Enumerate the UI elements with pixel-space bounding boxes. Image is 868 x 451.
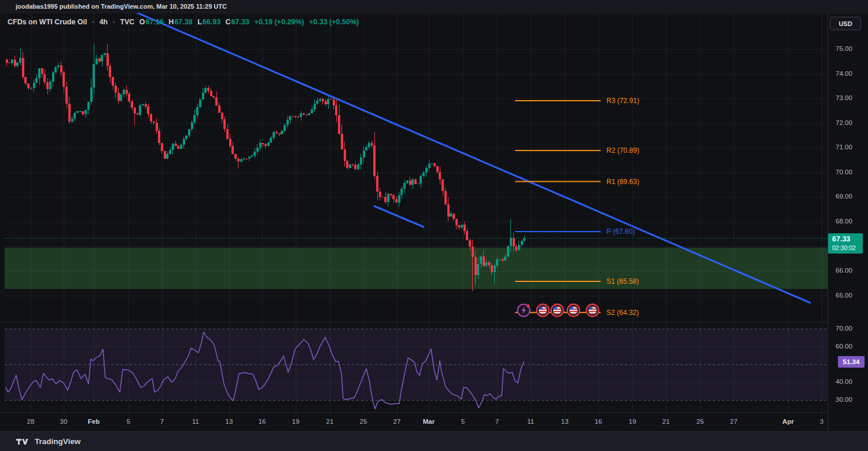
candle-body xyxy=(521,241,523,244)
candle-body xyxy=(150,114,152,121)
candle-body xyxy=(425,168,428,173)
candle-body xyxy=(234,154,237,159)
symbol-title: CFDs on WTI Crude Oil xyxy=(8,18,87,26)
candle-body xyxy=(188,129,190,135)
candle-body xyxy=(43,74,46,83)
candle-body xyxy=(207,88,209,91)
candle-body xyxy=(477,264,479,275)
candle-body xyxy=(275,132,278,133)
flag-stripe xyxy=(569,311,578,312)
candle-body xyxy=(253,152,256,156)
candle-body xyxy=(352,164,354,165)
candle-body xyxy=(123,90,125,94)
candle-body xyxy=(292,116,294,117)
publish-header-text: joodabas1995 published on TradingView.co… xyxy=(16,3,227,10)
candle-body xyxy=(120,94,122,101)
chart-canvas[interactable]: R3 (72.91)R2 (70.89)R1 (69.63)P (67.60)S… xyxy=(0,0,868,451)
candle-body xyxy=(289,116,291,120)
tradingview-brand-link[interactable]: TradingView xyxy=(35,437,80,446)
pivot-level-label: S2 (64.32) xyxy=(606,309,639,317)
candle-body xyxy=(306,115,308,115)
candle-body xyxy=(450,214,452,217)
economic-event-flag-icon[interactable] xyxy=(568,305,580,317)
low-label: L xyxy=(197,18,202,26)
candle-body xyxy=(338,115,340,134)
candle-body xyxy=(180,145,182,149)
candle-body xyxy=(101,55,103,61)
secondary-trend-line[interactable] xyxy=(374,206,424,227)
close-value: 67.33 xyxy=(231,18,249,26)
candle-body xyxy=(363,151,365,158)
candle-body xyxy=(281,131,283,134)
candle-body xyxy=(379,192,381,197)
currency-usd-button[interactable]: USD xyxy=(830,17,861,30)
candle-body xyxy=(406,181,409,182)
candle-body xyxy=(322,99,324,101)
economic-event-flag-icon[interactable] xyxy=(587,305,599,317)
candle-body xyxy=(395,199,398,203)
candle-body xyxy=(117,93,120,101)
candle-body xyxy=(60,65,62,72)
candle-body xyxy=(196,107,198,115)
candle-body xyxy=(491,265,493,272)
candle-body xyxy=(376,176,378,192)
candle-body xyxy=(147,107,149,114)
candle-body xyxy=(273,132,275,138)
candle-body xyxy=(240,159,242,162)
lightning-event-icon[interactable] xyxy=(518,305,530,317)
candle-body xyxy=(41,68,43,74)
demand-zone xyxy=(5,248,827,289)
candle-body xyxy=(480,256,482,264)
candle-body xyxy=(428,164,431,168)
candle-body xyxy=(346,161,348,168)
candle-body xyxy=(126,90,128,94)
candle-body xyxy=(212,96,215,97)
candle-body xyxy=(417,184,420,184)
candle-body xyxy=(461,225,463,228)
candle-body xyxy=(284,125,286,131)
candle-body xyxy=(455,219,458,225)
candle-body xyxy=(90,87,93,101)
flag-stripe xyxy=(589,311,597,312)
flag-stripe xyxy=(539,311,547,312)
candle-body xyxy=(316,101,318,104)
candle-body xyxy=(93,64,95,88)
candle-body xyxy=(319,99,321,101)
candle-body xyxy=(153,122,155,123)
candle-body xyxy=(330,99,332,100)
candle-body xyxy=(8,63,10,63)
candle-body xyxy=(185,135,187,139)
last-price-badge: 67.33 02:30:02 xyxy=(828,233,863,254)
pivot-level-label: R2 (70.89) xyxy=(606,146,639,155)
candle-body xyxy=(191,122,193,129)
candle-body xyxy=(242,159,245,159)
pivot-level-label: S1 (65.58) xyxy=(606,277,639,285)
pivot-level-label: P (67.60) xyxy=(606,228,635,236)
candle-body xyxy=(14,60,16,66)
candle-body xyxy=(175,144,177,146)
pivot-level-label: R3 (72.91) xyxy=(606,97,639,105)
candle-body xyxy=(193,115,196,123)
economic-event-flag-icon[interactable] xyxy=(551,305,564,317)
candle-body xyxy=(262,143,264,145)
candle-body xyxy=(510,238,512,246)
candle-body xyxy=(145,104,147,107)
candle-body xyxy=(387,194,389,202)
candle-body xyxy=(431,163,433,164)
bar-countdown: 02:30:02 xyxy=(832,244,863,252)
candle-body xyxy=(183,139,185,145)
candle-body xyxy=(464,225,466,231)
flag-art xyxy=(553,306,561,314)
candle-body xyxy=(472,247,474,256)
last-price-value: 67.33 xyxy=(832,235,863,244)
candle-body xyxy=(259,143,262,148)
exchange-label: TVC xyxy=(120,18,134,26)
open-label: O xyxy=(139,18,145,26)
candle-body xyxy=(76,111,79,112)
candle-body xyxy=(139,105,141,115)
candle-body xyxy=(523,239,525,241)
tradingview-logo-icon[interactable] xyxy=(16,437,30,446)
candle-body xyxy=(226,129,229,139)
economic-event-flag-icon[interactable] xyxy=(537,305,549,317)
candle-body xyxy=(62,72,65,87)
